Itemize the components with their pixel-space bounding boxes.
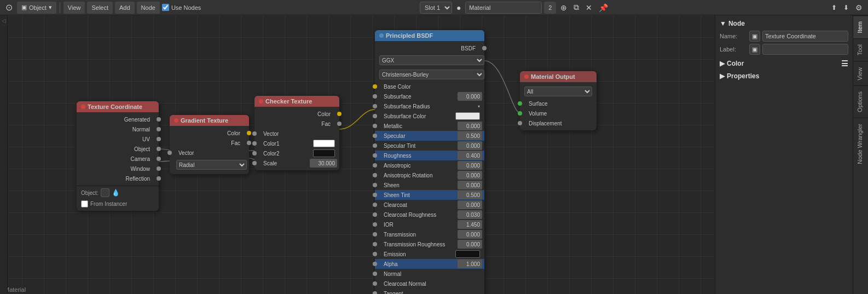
socket-color-out-checker[interactable] xyxy=(337,112,342,116)
eyedropper-icon[interactable]: 💧 xyxy=(112,189,120,197)
anisotropic-rotation-input[interactable] xyxy=(458,171,482,180)
use-nodes-toggle[interactable]: Use Nodes xyxy=(162,4,201,11)
tab-options[interactable]: Options xyxy=(853,85,868,118)
view-menu[interactable]: View xyxy=(63,2,85,14)
sheen-tint-input[interactable] xyxy=(458,191,482,199)
socket-subsurface-color[interactable] xyxy=(373,114,377,118)
socket-vector-in[interactable] xyxy=(167,151,172,155)
label-icon[interactable]: ▣ xyxy=(749,44,760,55)
color-section-menu-icon[interactable]: ☰ xyxy=(841,59,848,68)
metallic-input[interactable] xyxy=(458,122,482,130)
node-collapse-dot-output[interactable] xyxy=(524,74,529,79)
socket-subsurface-radius[interactable] xyxy=(373,104,377,108)
delete-material-btn[interactable]: ✕ xyxy=(583,2,594,14)
pin-material-btn[interactable]: 📌 xyxy=(597,2,610,14)
socket-surface[interactable] xyxy=(518,101,522,106)
tab-node-wrangler[interactable]: Node Wrangler xyxy=(853,118,868,170)
socket-anisotropic[interactable] xyxy=(373,163,377,168)
tab-view[interactable]: View xyxy=(853,61,868,86)
socket-color2[interactable] xyxy=(252,151,257,155)
socket-uv[interactable] xyxy=(157,137,161,141)
socket-vector-in-checker[interactable] xyxy=(252,131,257,136)
socket-color-out[interactable] xyxy=(247,131,251,135)
name-value[interactable]: Texture Coordinate xyxy=(762,31,848,42)
copy-material-btn[interactable]: ⧉ xyxy=(571,2,581,14)
socket-alpha[interactable] xyxy=(373,262,377,266)
socket-specular-tint[interactable] xyxy=(373,143,377,148)
roughness-input[interactable] xyxy=(458,151,482,160)
anisotropic-input[interactable] xyxy=(458,161,482,170)
target-select[interactable]: All xyxy=(524,87,592,96)
sheen-input[interactable] xyxy=(458,181,482,189)
socket-roughness[interactable] xyxy=(373,153,377,158)
object-icon-swatch[interactable] xyxy=(101,188,109,197)
socket-normal[interactable] xyxy=(157,127,161,131)
export-icon[interactable]: ⬇ xyxy=(841,2,851,14)
color2-swatch[interactable] xyxy=(313,149,335,157)
socket-displacement[interactable] xyxy=(518,121,522,125)
socket-camera[interactable] xyxy=(157,157,161,161)
socket-base-color[interactable] xyxy=(373,84,377,89)
socket-emission[interactable] xyxy=(373,252,377,256)
node-collapse-dot-checker[interactable] xyxy=(259,99,263,103)
new-material-btn[interactable]: ⊕ xyxy=(558,2,569,14)
alpha-input[interactable] xyxy=(458,260,482,268)
socket-color1[interactable] xyxy=(252,141,257,146)
subsurface-input[interactable] xyxy=(458,92,482,101)
label-value[interactable] xyxy=(762,44,848,55)
transmission-roughness-input[interactable] xyxy=(458,240,482,249)
socket-generated[interactable] xyxy=(157,117,161,122)
clearcoat-input[interactable] xyxy=(458,200,482,209)
socket-metallic[interactable] xyxy=(373,124,377,128)
socket-subsurface[interactable] xyxy=(373,94,377,99)
texture-coordinate-header[interactable]: Texture Coordinate xyxy=(77,101,159,112)
node-collapse-dot-gradient[interactable] xyxy=(174,118,178,123)
emission-swatch[interactable] xyxy=(455,250,480,258)
subsurface-method-select[interactable]: Christensen-Burley xyxy=(379,70,484,79)
specular-input[interactable] xyxy=(458,131,482,140)
gradient-type-select[interactable]: Radial xyxy=(176,160,247,170)
socket-scale[interactable] xyxy=(252,161,257,165)
ior-input[interactable] xyxy=(458,220,482,229)
socket-clearcoat[interactable] xyxy=(373,203,377,207)
material-name-input[interactable] xyxy=(465,2,542,14)
select-menu[interactable]: Select xyxy=(87,2,113,14)
render-preview-icon[interactable]: ● xyxy=(454,2,463,14)
from-instancer-checkbox[interactable] xyxy=(81,200,88,207)
user-count-btn[interactable]: 2 xyxy=(544,2,556,14)
properties-section-header[interactable]: ▶ Properties xyxy=(720,72,848,80)
socket-sheen-tint[interactable] xyxy=(373,193,377,197)
socket-transmission[interactable] xyxy=(373,232,377,237)
socket-bsdf-out[interactable] xyxy=(482,46,487,50)
socket-specular[interactable] xyxy=(373,134,377,138)
settings-icon[interactable]: ⚙ xyxy=(853,2,865,14)
distribution-select[interactable]: GGX xyxy=(379,55,484,65)
node-section-header[interactable]: ▼ Node xyxy=(720,20,848,27)
socket-fac-out-checker[interactable] xyxy=(337,122,342,126)
left-edge-icon[interactable]: ◁ xyxy=(2,18,6,24)
slot-selector[interactable]: Slot 1 xyxy=(420,2,452,14)
specular-tint-input[interactable] xyxy=(458,141,482,150)
node-menu[interactable]: Node xyxy=(137,2,160,14)
blender-icon[interactable]: ⊙ xyxy=(3,2,15,14)
name-icon[interactable]: ▣ xyxy=(749,31,760,42)
socket-object[interactable] xyxy=(157,147,161,151)
node-collapse-dot-bsdf[interactable] xyxy=(379,33,384,38)
socket-normal-in[interactable] xyxy=(373,272,377,276)
socket-anisotropic-rotation[interactable] xyxy=(373,173,377,177)
tab-tool[interactable]: Tool xyxy=(853,38,868,61)
gradient-texture-header[interactable]: Gradient Texture xyxy=(170,115,249,126)
checker-texture-header[interactable]: Checker Texture xyxy=(254,96,339,107)
socket-sheen[interactable] xyxy=(373,183,377,187)
import-icon[interactable]: ⬆ xyxy=(829,2,839,14)
socket-transmission-roughness[interactable] xyxy=(373,242,377,246)
add-menu[interactable]: Add xyxy=(115,2,135,14)
object-mode-dropdown[interactable]: ▣ Object ▾ xyxy=(17,2,56,14)
socket-window[interactable] xyxy=(157,166,161,171)
socket-tangent[interactable] xyxy=(373,291,377,294)
color1-swatch[interactable] xyxy=(313,140,335,147)
socket-ior[interactable] xyxy=(373,222,377,227)
principled-bsdf-header[interactable]: Principled BSDF xyxy=(375,30,484,41)
color-section-header[interactable]: ▶ Color ☰ xyxy=(720,59,848,68)
socket-clearcoat-normal[interactable] xyxy=(373,281,377,286)
